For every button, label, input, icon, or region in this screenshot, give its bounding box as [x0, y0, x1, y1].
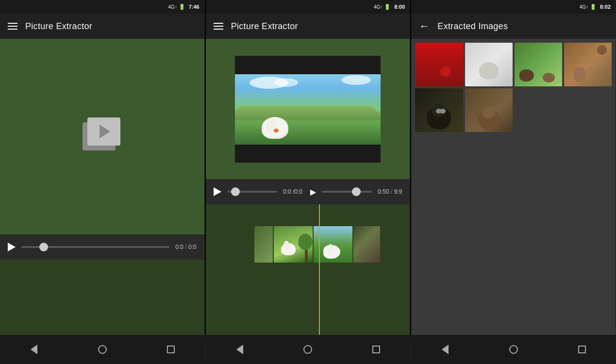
- extracted-image-4[interactable]: [564, 43, 612, 86]
- video-stack-front: [87, 117, 120, 146]
- back-nav-icon-1: [31, 345, 37, 354]
- nav-section-1: [0, 341, 205, 358]
- progress-track-1[interactable]: [21, 246, 169, 248]
- app-title-3: Extracted Images: [437, 21, 508, 32]
- app-bar-1: Picture Extractor: [0, 14, 204, 39]
- menu-icon-2[interactable]: [214, 23, 223, 30]
- network-icon-3: 4G↑: [580, 4, 588, 10]
- battery-icon-3: 🔋: [590, 4, 597, 10]
- back-nav-3[interactable]: [436, 341, 454, 358]
- recents-nav-2[interactable]: [367, 341, 385, 358]
- progress-thumb-1[interactable]: [39, 243, 48, 251]
- status-bar-1: 4G↑ 🔋 7:46: [0, 0, 204, 14]
- play-btn-right[interactable]: ▶: [310, 187, 316, 197]
- timeline-thumb-2: [274, 226, 313, 263]
- timeline-thumbnails: [254, 226, 380, 263]
- progress-track-2[interactable]: [227, 191, 277, 193]
- home-nav-icon-1: [98, 345, 107, 354]
- back-button[interactable]: ←: [419, 20, 430, 33]
- current-time-1: 0:0: [175, 244, 183, 250]
- progress-thumb-2[interactable]: [231, 187, 240, 196]
- screen-3: 4G↑ 🔋 8:02 ← Extracted Images: [411, 0, 616, 335]
- play-button-1[interactable]: [8, 243, 16, 251]
- status-icons-2: 4G↑ 🔋 8:00: [374, 4, 405, 10]
- status-bar-3: 4G↑ 🔋 8:02: [411, 0, 616, 14]
- recents-nav-icon-1: [167, 346, 175, 353]
- nav-section-2: [205, 341, 411, 358]
- timeline-area-1: [0, 260, 204, 335]
- extracted-images-grid: [411, 39, 616, 191]
- recents-nav-3[interactable]: [573, 341, 591, 358]
- battery-icon-2: 🔋: [384, 4, 391, 10]
- extracted-image-5[interactable]: [415, 88, 463, 132]
- video-bottom-bar: [235, 145, 381, 163]
- recents-nav-1[interactable]: [162, 341, 180, 358]
- home-nav-3[interactable]: [505, 341, 522, 358]
- empty-state-content: [0, 39, 204, 234]
- menu-icon-1[interactable]: [8, 23, 17, 30]
- play-triangle-icon: [100, 125, 110, 138]
- app-bar-3: ← Extracted Images: [411, 14, 616, 39]
- time-display-2: 8:00: [394, 4, 405, 10]
- extracted-image-1[interactable]: [415, 43, 463, 86]
- timeline-thumb-4: [353, 226, 380, 263]
- time-label-left-2: 0:0 /0:0: [283, 188, 302, 195]
- screen-1: 4G↑ 🔋 7:46 Picture Extractor: [0, 0, 205, 335]
- timeline-thumb-1: [254, 226, 273, 263]
- recents-nav-icon-2: [372, 346, 380, 353]
- back-nav-icon-3: [442, 345, 449, 354]
- home-nav-2[interactable]: [299, 341, 316, 358]
- back-nav-2[interactable]: [231, 341, 249, 358]
- time-label-right: 0:50 / 9:9: [378, 188, 402, 195]
- nav-section-3: [411, 341, 616, 358]
- time-label-1: 0:0 / 0:0: [175, 244, 196, 250]
- battery-icon-1: 🔋: [179, 4, 185, 10]
- controls-bar-2: 0:0 /0:0 ▶ 0:50 / 9:9: [206, 179, 410, 204]
- app-bar-2: Picture Extractor: [206, 14, 410, 39]
- home-nav-icon-3: [509, 345, 518, 354]
- video-middle: [235, 74, 381, 145]
- timeline-area-2: [206, 204, 410, 335]
- app-title-1: Picture Extractor: [25, 21, 92, 32]
- video-frame[interactable]: [235, 56, 381, 163]
- home-nav-1[interactable]: [94, 341, 111, 358]
- extracted-image-6[interactable]: [465, 88, 513, 132]
- extracted-content-empty: [411, 191, 616, 335]
- progress-thumb-right[interactable]: [352, 187, 361, 196]
- video-stack-icon: [83, 117, 121, 156]
- timeline-cursor: [319, 204, 320, 335]
- status-bar-2: 4G↑ 🔋 8:00: [206, 0, 410, 14]
- status-icons-3: 4G↑ 🔋 8:02: [580, 4, 611, 10]
- time-display-3: 8:02: [600, 4, 611, 10]
- home-nav-icon-2: [303, 345, 312, 354]
- screen-2: 4G↑ 🔋 8:00 Picture Extractor: [206, 0, 411, 335]
- play-button-2[interactable]: [214, 187, 221, 196]
- current-time-right: 0:50: [378, 188, 389, 195]
- time-display-1: 7:46: [189, 4, 200, 10]
- recents-nav-icon-3: [578, 346, 586, 353]
- back-nav-icon-2: [236, 345, 243, 354]
- app-title-2: Picture Extractor: [231, 21, 298, 32]
- back-nav-1[interactable]: [25, 341, 43, 358]
- time-slash-1: /: [185, 244, 186, 250]
- video-player-area: 📷: [206, 39, 410, 179]
- total-time-right: 9:9: [394, 188, 402, 195]
- network-icon-2: 4G↑: [374, 4, 383, 10]
- video-top-bar: [235, 56, 381, 74]
- total-time-1: 0:0: [188, 244, 197, 250]
- extracted-image-3[interactable]: [515, 43, 562, 86]
- extracted-image-2[interactable]: [465, 43, 513, 86]
- network-icon-1: 4G↑: [168, 4, 177, 10]
- status-icons-1: 4G↑ 🔋 7:46: [168, 4, 199, 10]
- nav-bar: [0, 335, 616, 364]
- progress-track-right[interactable]: [322, 191, 372, 193]
- controls-bar-1: 0:0 / 0:0: [0, 234, 204, 260]
- screen2-content: 📷 0:0 /0:0 ▶ 0:50 / 9:9: [206, 39, 410, 335]
